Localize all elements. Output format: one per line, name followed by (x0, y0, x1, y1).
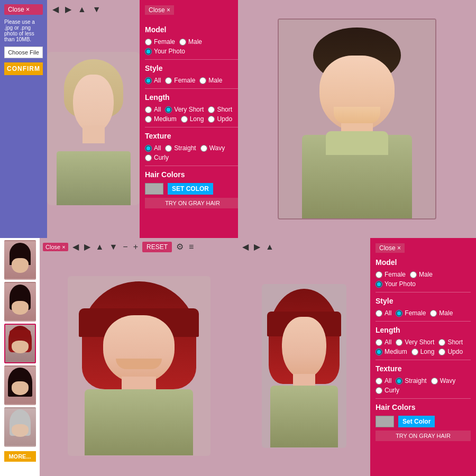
q4-style-female-option[interactable]: Female (396, 309, 426, 317)
q3-minus-button[interactable]: − (122, 241, 129, 253)
thumbnail-3-active[interactable] (4, 324, 36, 363)
q4-length-long-radio[interactable] (411, 349, 418, 355)
q3-arrow-up-button[interactable]: ▲ (95, 241, 105, 253)
nav-arrow-up-button[interactable]: ▲ (77, 4, 87, 15)
texture-wavy-radio[interactable] (200, 145, 207, 152)
q4-length-short-option[interactable]: Short (438, 338, 463, 346)
length-vshort-option[interactable]: Very Short (165, 106, 204, 113)
style-male-radio[interactable] (199, 77, 206, 84)
nav-arrow-left-button[interactable]: ◀ (51, 3, 60, 15)
file-upload-panel: Close × Please use a .jpg or .png photo … (0, 0, 47, 238)
q3-arrow-down-button[interactable]: ▼ (108, 241, 118, 253)
style-all-radio[interactable] (145, 77, 152, 84)
q4-length-long-option[interactable]: Long (411, 348, 435, 355)
model-male-radio[interactable] (179, 39, 186, 45)
q3-gear-button[interactable]: ⚙ (175, 241, 185, 253)
q4-settings-close-button[interactable]: Close × (376, 243, 405, 253)
q4-texture-curly-option[interactable]: Curly (376, 387, 399, 394)
length-all-radio[interactable] (145, 106, 152, 113)
q4-length-updo-option[interactable]: Updo (438, 348, 463, 355)
q4-style-all-radio[interactable] (376, 310, 382, 317)
q4-length-vshort-radio[interactable] (396, 339, 402, 346)
file-panel-close-button[interactable]: Close × (4, 4, 43, 15)
q3-menu-button[interactable]: ≡ (188, 241, 195, 253)
choose-file-button[interactable]: Choose File (4, 47, 43, 58)
length-updo-option[interactable]: Updo (208, 115, 232, 123)
nav-arrow-right-button[interactable]: ▶ (64, 3, 72, 15)
q4-style-all-option[interactable]: All (376, 309, 391, 317)
q4-length-short-radio[interactable] (438, 339, 445, 346)
q4-model-yourphoto-radio[interactable] (376, 281, 382, 288)
length-vshort-radio[interactable] (165, 106, 172, 113)
q4-model-female-option[interactable]: Female (376, 271, 406, 278)
q3-close-button[interactable]: Close × (43, 243, 68, 251)
thumbnail-4[interactable] (4, 365, 36, 405)
q4-model-yourphoto-option[interactable]: Your Photo (376, 280, 416, 288)
q4-texture-straight-radio[interactable] (396, 378, 402, 385)
model-male-option[interactable]: Male (179, 38, 202, 45)
q4-texture-all-radio[interactable] (376, 378, 382, 385)
texture-wavy-option[interactable]: Wavy (200, 144, 225, 152)
length-updo-radio[interactable] (208, 116, 215, 123)
set-color-button[interactable]: SET COLOR (168, 183, 213, 195)
q4-model-female-radio[interactable] (376, 271, 382, 278)
length-long-option[interactable]: Long (181, 115, 204, 123)
q4-texture-all-option[interactable]: All (376, 377, 391, 385)
q4-arrow-right-button[interactable]: ▶ (253, 241, 261, 253)
q4-texture-straight-option[interactable]: Straight (396, 377, 426, 385)
q4-arrow-up-button[interactable]: ▲ (264, 241, 275, 253)
texture-straight-option[interactable]: Straight (165, 144, 196, 152)
length-short-option[interactable]: Short (208, 106, 232, 113)
length-medium-option[interactable]: Medium (145, 115, 177, 123)
try-gray-button[interactable]: TRY ON GRAY HAIR (145, 198, 238, 208)
q4-texture-wavy-option[interactable]: Wavy (431, 377, 456, 385)
texture-curly-option[interactable]: Curly (145, 154, 169, 161)
q4-model-male-radio[interactable] (410, 271, 417, 278)
q4-arrow-left-button[interactable]: ◀ (241, 241, 250, 253)
color-swatch[interactable] (145, 183, 163, 195)
texture-all-option[interactable]: All (145, 144, 161, 152)
q3-arrow-left-button[interactable]: ◀ (71, 241, 80, 253)
model-yourphoto-radio[interactable] (145, 48, 152, 55)
texture-all-radio[interactable] (145, 145, 152, 152)
thumbnail-5[interactable] (4, 407, 36, 447)
style-female-radio[interactable] (165, 77, 172, 84)
q4-style-male-option[interactable]: Male (430, 309, 453, 317)
nav-arrow-down-button[interactable]: ▼ (91, 4, 102, 15)
settings-close-button[interactable]: Close × (145, 5, 174, 15)
thumbnail-sidebar: MORE... (0, 238, 40, 476)
more-button[interactable]: MORE... (4, 451, 36, 462)
model-female-radio[interactable] (145, 39, 152, 45)
q3-arrow-right-button[interactable]: ▶ (83, 241, 91, 253)
q4-length-all-radio[interactable] (376, 339, 382, 346)
q4-texture-curly-radio[interactable] (376, 387, 382, 394)
q4-style-male-radio[interactable] (430, 310, 437, 317)
style-female-option[interactable]: Female (165, 77, 195, 84)
q4-color-swatch[interactable] (376, 416, 394, 427)
q4-texture-wavy-radio[interactable] (431, 378, 438, 385)
thumbnail-2[interactable] (4, 282, 36, 322)
q4-length-updo-radio[interactable] (438, 349, 445, 355)
q4-model-male-option[interactable]: Male (410, 271, 433, 278)
style-male-option[interactable]: Male (199, 77, 222, 84)
length-long-radio[interactable] (181, 116, 188, 123)
texture-straight-radio[interactable] (165, 145, 172, 152)
length-short-radio[interactable] (208, 106, 215, 113)
thumbnail-1[interactable] (4, 240, 36, 280)
q4-set-color-button[interactable]: Set Color (398, 416, 435, 427)
model-yourphoto-option[interactable]: Your Photo (145, 48, 185, 55)
q4-try-gray-button[interactable]: TRY ON GRAY HAIR (376, 431, 471, 441)
q4-length-medium-radio[interactable] (376, 349, 382, 355)
q4-length-all-option[interactable]: All (376, 338, 391, 346)
length-all-option[interactable]: All (145, 106, 161, 113)
q3-plus-button[interactable]: + (132, 241, 139, 253)
texture-curly-radio[interactable] (145, 154, 152, 161)
style-all-option[interactable]: All (145, 77, 161, 84)
confirm-button[interactable]: CONFIRM (4, 62, 43, 75)
q4-length-vshort-option[interactable]: Very Short (396, 338, 434, 346)
length-medium-radio[interactable] (145, 116, 152, 123)
q4-style-female-radio[interactable] (396, 310, 402, 317)
model-female-option[interactable]: Female (145, 38, 175, 45)
q4-length-medium-option[interactable]: Medium (376, 348, 407, 355)
q3-reset-button[interactable]: RESET (142, 242, 172, 252)
